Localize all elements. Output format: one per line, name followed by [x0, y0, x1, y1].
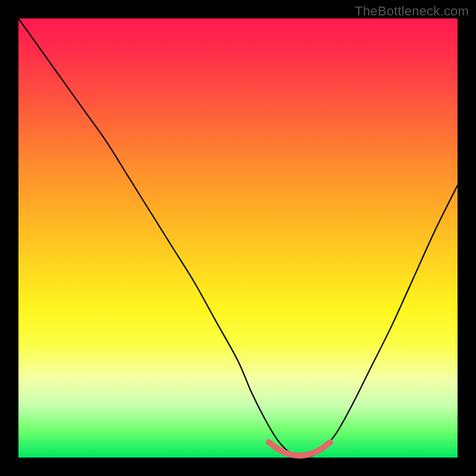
bottleneck-curve: [18, 18, 458, 458]
watermark-text: TheBottleneck.com: [355, 4, 469, 19]
optimal-band-marker: [269, 442, 330, 456]
plot-area: [18, 18, 458, 458]
curve-layer: [18, 18, 458, 458]
chart-frame: TheBottleneck.com: [0, 0, 476, 476]
